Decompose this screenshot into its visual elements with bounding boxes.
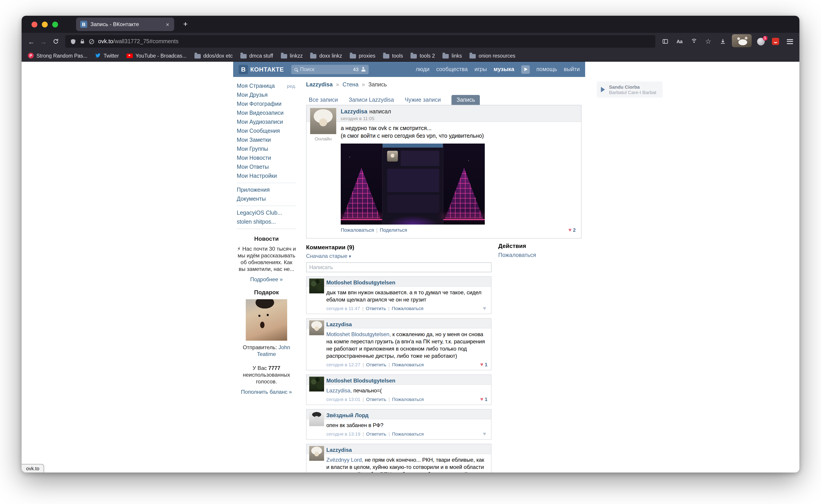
ublock-icon[interactable]: [769, 35, 781, 47]
tab-all-posts[interactable]: Все записи: [309, 97, 338, 105]
sidebar-item-legacyios-club[interactable]: LegacyiOS Club...: [237, 208, 296, 217]
breadcrumb-wall-link[interactable]: Стена: [343, 81, 359, 88]
sidebar-item-settings[interactable]: Мои Настройки: [237, 171, 296, 180]
like-button[interactable]: ♥1: [480, 396, 488, 402]
menu-icon[interactable]: [784, 35, 796, 47]
like-button[interactable]: ♥: [483, 431, 487, 437]
report-link[interactable]: Пожаловаться: [392, 362, 424, 367]
comment-input[interactable]: [306, 262, 492, 272]
comment-time-link[interactable]: сегодня в 12:27: [326, 362, 360, 367]
window-minimize-button[interactable]: [42, 21, 48, 27]
bookmark-folder-tools[interactable]: tools: [383, 53, 403, 58]
report-link[interactable]: Пожаловаться: [392, 396, 424, 402]
play-icon[interactable]: [601, 87, 605, 92]
bookmark-folder-onion[interactable]: onion resources: [469, 53, 515, 58]
hamster-avatar[interactable]: [732, 34, 752, 47]
bookmark-folder-tools2[interactable]: tools 2: [411, 53, 435, 58]
sidebar-item-groups[interactable]: Мои Группы: [237, 144, 296, 153]
bookmark-folder-proxies[interactable]: proxies: [350, 53, 375, 58]
bookmark-star-icon[interactable]: ☆: [702, 35, 714, 47]
window-close-button[interactable]: [32, 21, 37, 27]
online-count[interactable]: 43: [353, 67, 359, 72]
address-bar[interactable]: ovk.to/wall31772_75#comments: [65, 35, 655, 48]
reply-link[interactable]: Ответить: [366, 306, 386, 311]
nav-games[interactable]: игры: [474, 66, 487, 72]
sidebar-item-documents[interactable]: Документы: [237, 194, 296, 203]
reply-link[interactable]: Ответить: [366, 431, 386, 437]
tab-current-post[interactable]: Запись: [452, 95, 480, 105]
reader-view-icon[interactable]: [659, 35, 671, 47]
sidebar-item-apps[interactable]: Приложения: [237, 185, 296, 194]
tracking-protection-shield-icon[interactable]: [70, 38, 76, 44]
comment-author-link[interactable]: Звёздный Лорд: [326, 412, 369, 419]
share-link[interactable]: Поделиться: [380, 227, 407, 233]
bookmark-youtube[interactable]: YouTube - Broadcas...: [126, 53, 187, 58]
avatar[interactable]: [309, 320, 324, 335]
comment-time-link[interactable]: сегодня в 11:47: [326, 306, 360, 311]
bookmark-twitter[interactable]: Twitter: [95, 53, 119, 59]
forward-button[interactable]: →: [37, 35, 50, 47]
report-link[interactable]: Пожаловаться: [392, 431, 424, 437]
mention-link[interactable]: Zvёzdnyy Lord,: [326, 457, 363, 463]
topup-balance-link[interactable]: Пополнить баланс »: [237, 389, 296, 395]
close-tab-icon[interactable]: ×: [165, 21, 170, 28]
sidebar-item-videos[interactable]: Мои Видеозаписи: [237, 108, 296, 117]
reply-link[interactable]: Ответить: [366, 362, 386, 367]
bookmark-folder-dmca[interactable]: dmca stuff: [240, 53, 273, 58]
sidebar-item-stolen-shitpos[interactable]: stolen shitpos...: [237, 217, 296, 226]
nav-people[interactable]: люди: [416, 66, 429, 72]
translate-icon[interactable]: Aa: [673, 35, 686, 47]
bookmark-password-tool[interactable]: PStrong Random Pas...: [28, 53, 87, 59]
bookmark-folder-ddos[interactable]: ddos/dox etc: [194, 53, 232, 58]
avatar[interactable]: [309, 279, 324, 293]
sort-selector[interactable]: Сначала старые ▾: [306, 253, 492, 259]
bookmark-folder-linkzz[interactable]: linkzz: [281, 53, 303, 58]
avatar[interactable]: [309, 411, 324, 426]
avatar[interactable]: [309, 446, 324, 461]
nav-communities[interactable]: сообщества: [436, 66, 468, 72]
post-image[interactable]: [341, 144, 485, 225]
report-post-link[interactable]: Пожаловаться: [498, 252, 579, 258]
new-tab-button[interactable]: +: [180, 20, 190, 29]
tab-others-posts[interactable]: Чужие записи: [405, 97, 441, 105]
comment-author-link[interactable]: Lazzydisa: [326, 321, 352, 328]
browser-tab[interactable]: В Запись - ВКонтакте ×: [76, 18, 174, 31]
bookmark-folder-links[interactable]: links: [442, 53, 462, 58]
search-input[interactable]: [300, 67, 350, 72]
window-zoom-button[interactable]: [52, 21, 58, 27]
sidebar-item-audios[interactable]: Мои Аудиозаписи: [237, 117, 296, 126]
bookmark-folder-doxx[interactable]: doxx linkz: [310, 53, 342, 58]
mention-link[interactable]: Motloshet Blodsutgytelsen,: [326, 331, 391, 338]
reply-link[interactable]: Ответить: [366, 396, 386, 402]
sidebar-item-photos[interactable]: Мои Фотографии: [237, 99, 296, 108]
comment-time-link[interactable]: сегодня в 13:01: [326, 396, 360, 402]
comment-author-link[interactable]: Lazzydisa: [326, 447, 352, 453]
gift-image[interactable]: [246, 299, 287, 341]
extension-icon[interactable]: 1: [755, 35, 767, 47]
sidebar-item-messages[interactable]: Мои Сообщения: [237, 126, 296, 135]
sidebar-item-answers[interactable]: Мои Ответы: [237, 162, 296, 171]
nav-logout[interactable]: выйти: [564, 66, 580, 72]
comment-author-link[interactable]: Motloshet Blodsutgytelsen: [326, 378, 395, 384]
like-button[interactable]: ♥ 2: [568, 227, 576, 233]
downloads-icon[interactable]: [717, 35, 729, 47]
like-button[interactable]: ♥1: [480, 362, 488, 367]
report-link[interactable]: Пожаловаться: [392, 306, 423, 311]
play-button[interactable]: [521, 65, 530, 74]
post-author-link[interactable]: Lazzydisa: [341, 108, 367, 115]
vk-logo[interactable]: В КОНТАКТЕ: [239, 65, 284, 74]
avatar[interactable]: [309, 377, 324, 391]
report-link[interactable]: Пожаловаться: [341, 227, 374, 233]
tab-own-posts[interactable]: Записи Lazzydisa: [349, 97, 394, 105]
nav-help[interactable]: помощь: [536, 66, 557, 72]
news-more-link[interactable]: Подробнее »: [237, 276, 296, 283]
permissions-icon[interactable]: [89, 38, 95, 44]
comment-time-link[interactable]: сегодня в 13:19: [326, 431, 360, 437]
nav-music[interactable]: музыка: [494, 66, 514, 72]
reload-button[interactable]: [50, 35, 62, 47]
avatar[interactable]: [310, 108, 336, 134]
sidebar-item-my-page[interactable]: Моя Страница: [237, 81, 275, 90]
music-player-widget[interactable]: Sandu Ciorba Barbatul Care-I Barbat: [597, 81, 663, 98]
like-button[interactable]: ♥: [483, 306, 487, 311]
vk-search[interactable]: 43: [291, 65, 368, 74]
